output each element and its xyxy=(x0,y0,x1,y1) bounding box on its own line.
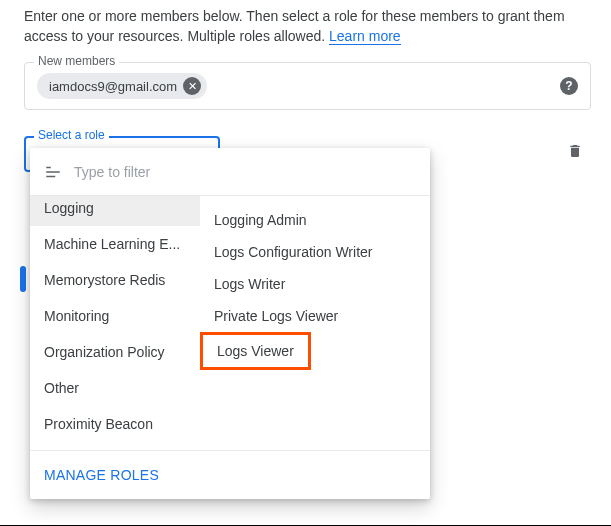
category-item[interactable]: Other xyxy=(30,370,200,406)
intro-text: Enter one or more members below. Then se… xyxy=(24,6,591,46)
members-field: New members iamdocs9@gmail.com ✕ ? xyxy=(24,62,591,110)
members-input[interactable]: iamdocs9@gmail.com ✕ ? xyxy=(24,62,591,110)
member-chip: iamdocs9@gmail.com ✕ xyxy=(37,73,207,99)
manage-roles-row: MANAGE ROLES xyxy=(30,450,430,499)
role-item[interactable]: Logs Writer xyxy=(200,268,299,300)
category-item[interactable]: Organization Policy xyxy=(30,334,200,370)
category-item[interactable]: Memorystore Redis xyxy=(30,262,200,298)
role-item[interactable]: Private Logs Viewer xyxy=(200,300,352,332)
manage-roles-link[interactable]: MANAGE ROLES xyxy=(44,467,159,483)
trash-icon[interactable] xyxy=(567,136,591,165)
filter-row xyxy=(30,148,430,196)
filter-input[interactable] xyxy=(74,164,416,180)
role-item[interactable]: Logging Admin xyxy=(200,204,321,236)
members-label: New members xyxy=(34,54,119,68)
member-chip-text: iamdocs9@gmail.com xyxy=(49,79,177,94)
category-item[interactable]: Logging xyxy=(30,196,200,226)
add-button[interactable] xyxy=(20,266,26,292)
role-dropdown: Kubernetes Engine Logging Machine Learni… xyxy=(30,148,430,499)
role-item-logs-viewer[interactable]: Logs Viewer xyxy=(200,332,311,370)
category-item[interactable]: Monitoring xyxy=(30,298,200,334)
intro-body: Enter one or more members below. Then se… xyxy=(24,8,565,44)
help-icon[interactable]: ? xyxy=(560,77,578,95)
filter-icon xyxy=(44,163,62,181)
role-item[interactable]: Logs Configuration Writer xyxy=(200,236,386,268)
close-icon[interactable]: ✕ xyxy=(183,77,201,95)
category-item[interactable]: Proximity Beacon xyxy=(30,406,200,442)
category-pane[interactable]: Kubernetes Engine Logging Machine Learni… xyxy=(30,196,200,450)
role-select-label: Select a role xyxy=(34,128,109,142)
category-item[interactable]: Machine Learning E... xyxy=(30,226,200,262)
learn-more-link[interactable]: Learn more xyxy=(329,28,401,45)
role-pane[interactable]: Logging Admin Logs Configuration Writer … xyxy=(200,196,430,450)
